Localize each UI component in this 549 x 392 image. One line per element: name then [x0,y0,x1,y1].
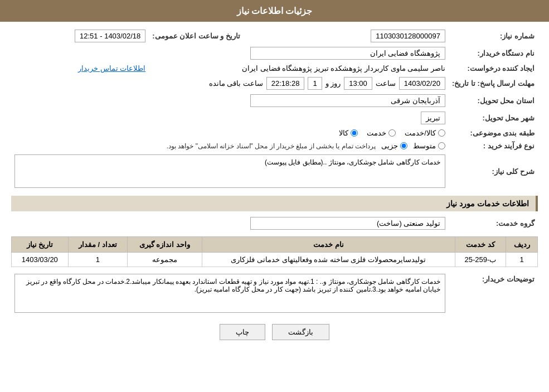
radio-khedmat-input[interactable] [388,129,396,137]
ijad-konande-row: ایجاد کننده درخواست: ناصر سلیمی ماوی کار… [11,62,538,75]
shomara-niaz-row: شماره نیاز: 1103030128000097 تاریخ و ساع… [11,27,538,45]
radio-kala[interactable]: کالا [339,129,358,137]
tabagheh-cell: کالا/خدمت خدمت کالا [11,127,449,139]
radio-motavaset[interactable]: متوسط [413,142,445,150]
ostan-row: استان محل تحویل: آذربایجان شرقی [11,92,538,109]
radio-kala-label: کالا [339,129,348,137]
ostan-cell: آذربایجان شرقی [11,92,449,109]
shomara-niaz-cell: 1103030128000097 [244,27,449,45]
shahr-cell: تبریز [11,109,449,127]
ostan-label: استان محل تحویل: [449,92,538,109]
sharh-row: شرح کلی نیاز: خدمات کارگاهی شامل جوشکاری… [11,152,538,190]
col-tedad: تعداد / مقدار [68,237,127,253]
col-nam: نام خدمت [202,237,455,253]
radio-motavaset-input[interactable] [438,142,445,149]
bazgasht-button[interactable]: بازگشت [272,324,329,340]
nam-dastgah-cell: پژوهشگاه فضایی ایران [11,45,449,62]
mohlat-label: مهلت ارسال پاسخ: تا تاریخ: [449,75,538,92]
mohlat-row: مهلت ارسال پاسخ: تا تاریخ: 1403/02/20 سا… [11,75,538,92]
tozihat-table: توضیحات خریدار: خدمات کارگاهی شامل جوشکا… [11,272,538,315]
tabagheh-radio-group: کالا/خدمت خدمت کالا [14,129,445,137]
nav-farayand-label: نوع فرآیند خرید : [449,139,538,152]
tabagheh-row: طبقه بندی موضوعی: کالا/خدمت خدمت [11,127,538,139]
chap-button[interactable]: چاپ [220,324,265,340]
nam-dastgah-label: نام دستگاه خریدار: [449,45,538,62]
table-row: 1ب-259-25تولیدسایرمحصولات فلزی ساخته شده… [12,253,538,267]
sharh-value: خدمات کارگاهی شامل جوشکاری، مونتاژ ..(مط… [14,154,445,188]
tarikh-label: تاریخ و ساعت اعلان عمومی: [149,27,244,45]
tozihat-label: توضیحات خریدار: [449,272,538,315]
tozihat-value: خدمات کارگاهی شامل جوشکاری، مونتاژ و.. :… [14,274,445,313]
radio-kala-input[interactable] [351,129,358,137]
col-tarikh: تاریخ نیاز [12,237,69,253]
radio-khedmat[interactable]: خدمت [367,129,396,137]
mohlat-saat: 13:00 [344,77,372,90]
tarikh-value: 1403/02/18 - 12:51 [75,30,145,42]
col-vahed: واحد اندازه گیری [127,237,202,253]
nam-dastgah-value: پژوهشگاه فضایی ایران [250,47,445,60]
mohlat-saat-label: ساعت [376,79,396,88]
mohlat-row-inline: 1403/02/20 ساعت 13:00 روز و 1 22:18:28 س… [14,77,445,90]
col-kod: کد خدمت [455,237,506,253]
radio-jozei-label: جزیی [381,142,398,150]
mohlat-date: 1403/02/20 [399,77,445,90]
nav-type-row: متوسط جزیی پرداخت تمام یا بخشی از مبلغ خ… [14,142,445,150]
khadamat-section-title: اطلاعات خدمات مورد نیاز [11,196,538,211]
mohlat-mande: 22:18:28 [266,77,305,90]
nav-farayand-cell: متوسط جزیی پرداخت تمام یا بخشی از مبلغ خ… [11,139,449,152]
gorouh-value: تولید صنعتی (ساخت) [250,217,445,230]
tarikh-cell: 1403/02/18 - 12:51 [11,27,149,45]
radio-kala-khedmat-label: کالا/خدمت [405,129,436,137]
radio-kala-khedmat[interactable]: کالا/خدمت [405,129,445,137]
tozihat-cell: خدمات کارگاهی شامل جوشکاری، مونتاژ و.. :… [11,272,449,315]
nav-note: پرداخت تمام یا بخشی از مبلغ خریدار از مح… [167,142,376,150]
sharh-cell: خدمات کارگاهی شامل جوشکاری، مونتاژ ..(مط… [11,152,449,190]
tabagheh-label: طبقه بندی موضوعی: [449,127,538,139]
mohlat-cell: 1403/02/20 ساعت 13:00 روز و 1 22:18:28 س… [11,75,449,92]
gorouh-table: گروه خدمت: تولید صنعتی (ساخت) [11,215,538,232]
detail-table-body: 1ب-259-25تولیدسایرمحصولات فلزی ساخته شده… [12,253,538,267]
col-radif: ردیف [506,237,538,253]
shahr-value: تبریز [421,112,445,124]
page-wrapper: جزئیات اطلاعات نیاز شماره نیاز: 11030301… [0,0,549,392]
detail-table-header-row: ردیف کد خدمت نام خدمت واحد اندازه گیری ت… [12,237,538,253]
detail-table: ردیف کد خدمت نام خدمت واحد اندازه گیری ت… [11,236,538,267]
shahr-label: شهر محل تحویل: [449,109,538,127]
ijad-konande-cell: ناصر سلیمی ماوی کاربردار پژوهشکده تبریز … [149,62,449,75]
ijad-konande-value: ناصر سلیمی ماوی کاربردار پژوهشکده تبریز … [242,64,445,72]
shomara-niaz-value: 1103030128000097 [371,30,445,42]
mohlat-roz: 1 [308,77,322,90]
main-content: شماره نیاز: 1103030128000097 تاریخ و ساع… [0,22,549,351]
radio-jozei-input[interactable] [400,142,407,149]
ettelaat-tamas-link[interactable]: اطلاعات تماس خریدار [78,64,145,72]
shomara-niaz-label: شماره نیاز: [449,27,538,45]
gorouh-row: گروه خدمت: تولید صنعتی (ساخت) [11,215,538,232]
radio-kala-khedmat-input[interactable] [438,129,445,137]
mohlat-roz-label: روز و [325,79,341,88]
radio-motavaset-label: متوسط [413,142,436,150]
gorouh-label: گروه خدمت: [449,215,538,232]
mohlat-mande-label: ساعت باقی مانده [209,79,263,88]
nav-farayand-row: نوع فرآیند خرید : متوسط جزیی پرداخت تمام… [11,139,538,152]
tozihat-row: توضیحات خریدار: خدمات کارگاهی شامل جوشکا… [11,272,538,315]
sharh-label: شرح کلی نیاز: [449,152,538,190]
nam-dastgah-row: نام دستگاه خریدار: پژوهشگاه فضایی ایران [11,45,538,62]
radio-jozei[interactable]: جزیی [381,142,407,150]
detail-table-head: ردیف کد خدمت نام خدمت واحد اندازه گیری ت… [12,237,538,253]
ijad-konande-label: ایجاد کننده درخواست: [449,62,538,75]
radio-khedmat-label: خدمت [367,129,386,137]
ettelaat-tamas-cell: اطلاعات تماس خریدار [11,62,149,75]
page-header: جزئیات اطلاعات نیاز [0,0,549,22]
button-row: بازگشت چاپ [11,324,538,340]
info-table: شماره نیاز: 1103030128000097 تاریخ و ساع… [11,27,538,190]
header-title: جزئیات اطلاعات نیاز [237,6,313,16]
gorouh-cell: تولید صنعتی (ساخت) [11,215,449,232]
ostan-value: آذربایجان شرقی [250,94,445,107]
shahr-row: شهر محل تحویل: تبریز [11,109,538,127]
